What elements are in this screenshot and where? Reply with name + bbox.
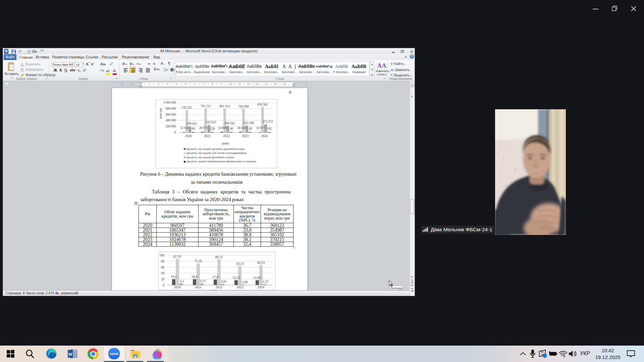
svg-text:W: W [68,352,72,356]
